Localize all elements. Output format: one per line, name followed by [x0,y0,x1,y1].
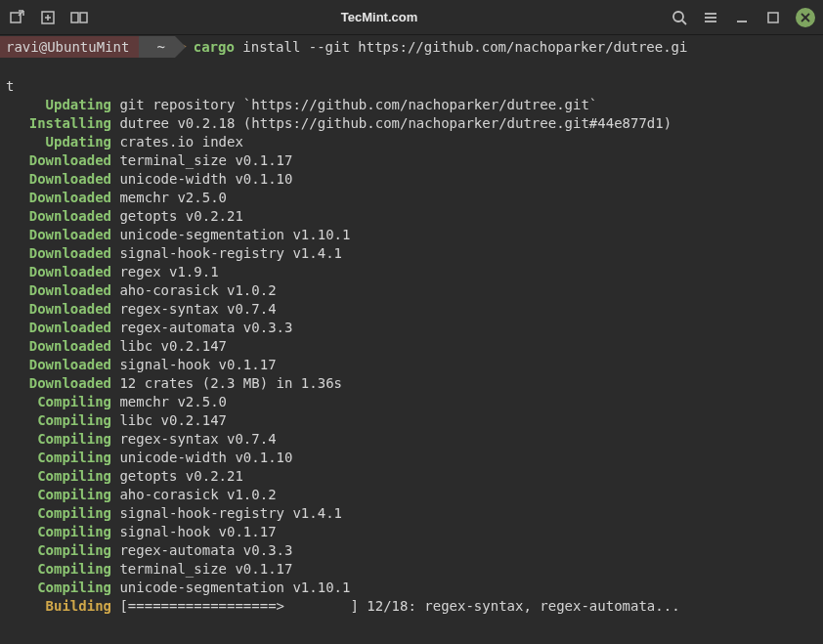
output-line: Downloaded signal-hook v0.1.17 [6,356,817,374]
status-label: Updating [6,133,111,151]
status-text: signal-hook-registry v1.4.1 [111,245,342,261]
status-text: regex-automata v0.3.3 [111,320,292,335]
output-line: Downloaded memchr v2.5.0 [6,189,817,207]
status-label: Downloaded [6,226,111,244]
wrapped-char: t [6,78,14,94]
status-label: Downloaded [6,263,111,281]
titlebar-right-controls [671,8,815,27]
new-tab-icon[interactable] [8,9,25,26]
status-text: signal-hook-registry v1.4.1 [111,505,342,521]
status-text: regex-automata v0.3.3 [111,542,292,558]
status-text: memchr v2.5.0 [111,394,227,409]
status-text: terminal_size v0.1.17 [111,561,292,577]
window-titlebar: TecMint.com [0,0,823,35]
status-text: unicode-width v0.1.10 [111,450,292,465]
shell-prompt[interactable]: ravi@UbuntuMint ~ ➤ cargo install --git … [0,35,823,59]
window-title: TecMint.com [88,10,671,24]
status-text: 12 crates (2.3 MB) in 1.36s [111,375,342,391]
status-text: libc v0.2.147 [111,412,227,428]
menu-icon[interactable] [702,9,719,26]
status-label: Downloaded [6,189,111,207]
status-label: Downloaded [6,356,111,374]
output-line: Downloaded unicode-segmentation v1.10.1 [6,226,817,244]
status-text: getopts v0.2.21 [111,208,243,224]
status-text: getopts v0.2.21 [111,468,243,484]
status-label: Downloaded [6,319,111,337]
output-line: Compiling unicode-segmentation v1.10.1 [6,579,817,597]
output-line: Compiling libc v0.2.147 [6,411,817,430]
status-text: crates.io index [111,134,243,150]
output-line: Downloaded aho-corasick v1.0.2 [6,281,817,300]
status-label: Updating [6,96,111,114]
output-line: Compiling getopts v0.2.21 [6,467,817,486]
output-line: Compiling regex-automata v0.3.3 [6,541,817,560]
output-line: Downloaded libc v0.2.147 [6,337,817,356]
status-text: unicode-width v0.1.10 [111,171,292,187]
search-icon[interactable] [671,9,688,26]
command-args: install --git https://github.com/nachopa… [235,39,688,55]
status-label: Downloaded [6,151,111,170]
status-label: Compiling [6,467,111,486]
output-line: Compiling signal-hook-registry v1.4.1 [6,504,817,523]
terminal-output[interactable]: t Updating git repository `https://githu… [0,59,823,634]
output-line: Compiling aho-corasick v1.0.2 [6,486,817,504]
output-line: Downloaded regex-automata v0.3.3 [6,319,817,337]
status-text: unicode-segmentation v1.10.1 [111,227,350,242]
status-label: Compiling [6,579,111,597]
output-line: Downloaded terminal_size v0.1.17 [6,151,817,170]
output-line: Downloaded getopts v0.2.21 [6,207,817,226]
output-line: Updating git repository `https://github.… [6,96,817,114]
output-line: Installing dutree v0.2.18 (https://githu… [6,114,817,133]
output-line: Downloaded regex-syntax v0.7.4 [6,300,817,319]
svg-rect-15 [768,13,778,22]
maximize-icon[interactable] [764,9,782,26]
status-text: regex v1.9.1 [111,264,219,279]
status-label: Compiling [6,393,111,411]
output-line: Updating crates.io index [6,133,817,151]
status-text: git repository `https://github.com/nacho… [111,97,597,112]
minimize-icon[interactable] [733,9,751,26]
status-label: Compiling [6,504,111,523]
close-icon[interactable] [796,8,815,27]
output-line: Compiling terminal_size v0.1.17 [6,560,817,579]
svg-point-9 [673,12,683,21]
status-label: Downloaded [6,337,111,356]
output-line: Compiling signal-hook v0.1.17 [6,523,817,541]
status-text: memchr v2.5.0 [111,190,227,205]
new-window-icon[interactable] [39,9,57,26]
status-text: [==================> ] 12/18: regex-synt… [111,598,680,614]
split-icon[interactable] [70,9,88,26]
status-text: signal-hook v0.1.17 [111,524,277,539]
output-line: Compiling unicode-width v0.1.10 [6,449,817,467]
status-label: Downloaded [6,207,111,226]
status-label: Installing [6,114,111,133]
status-text: aho-corasick v1.0.2 [111,282,277,298]
output-line: Downloaded regex v1.9.1 [6,263,817,281]
status-text: regex-syntax v0.7.4 [111,301,277,317]
status-label: Compiling [6,430,111,449]
status-text: dutree v0.2.18 (https://github.com/nacho… [111,115,671,131]
status-label: Downloaded [6,244,111,263]
status-label: Building [6,597,111,616]
status-text: terminal_size v0.1.17 [111,152,292,168]
output-line: Building [==================> ] 12/18: r… [6,597,817,616]
status-text: regex-syntax v0.7.4 [111,431,277,447]
output-line: Downloaded 12 crates (2.3 MB) in 1.36s [6,374,817,393]
svg-rect-8 [80,13,87,22]
command-input[interactable]: cargo install --git https://github.com/n… [194,39,688,55]
output-line: Downloaded unicode-width v0.1.10 [6,170,817,189]
status-label: Compiling [6,486,111,504]
status-text: unicode-segmentation v1.10.1 [111,580,350,595]
status-label: Downloaded [6,170,111,189]
svg-rect-7 [71,13,78,22]
titlebar-left-controls [8,9,88,26]
prompt-user-host: ravi@UbuntuMint [0,36,139,58]
status-label: Compiling [6,449,111,467]
output-line: Downloaded signal-hook-registry v1.4.1 [6,244,817,263]
status-label: Compiling [6,541,111,560]
status-label: Downloaded [6,374,111,393]
status-label: Downloaded [6,281,111,300]
status-label: Compiling [6,523,111,541]
output-line: Compiling regex-syntax v0.7.4 [6,430,817,449]
status-text: libc v0.2.147 [111,338,227,354]
